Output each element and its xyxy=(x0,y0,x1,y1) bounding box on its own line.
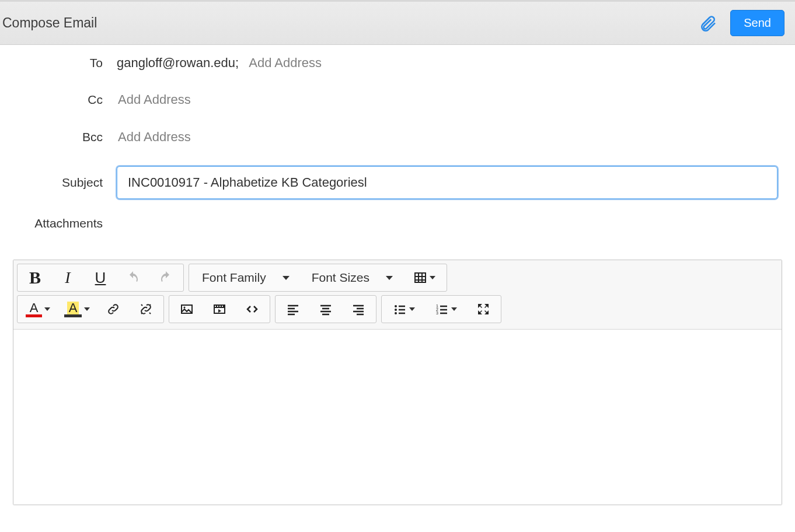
bullet-list-button[interactable] xyxy=(383,297,425,321)
video-icon xyxy=(212,302,226,316)
font-family-label: Font Family xyxy=(202,271,266,285)
cc-row: Cc xyxy=(0,92,777,108)
numbered-list-button[interactable]: 123 xyxy=(425,297,467,321)
toolbar-row-2: A A xyxy=(17,295,778,323)
bcc-field[interactable] xyxy=(117,129,777,145)
align-center-icon xyxy=(319,302,333,316)
to-field[interactable]: gangloff@rowan.edu; Add Address xyxy=(117,55,777,71)
subject-field xyxy=(117,166,777,199)
unlink-icon xyxy=(139,302,153,316)
caret-down-icon xyxy=(44,307,50,311)
cc-field[interactable] xyxy=(117,92,777,108)
format-group: B I U xyxy=(17,264,184,292)
align-left-button[interactable] xyxy=(277,297,309,321)
align-left-icon xyxy=(286,302,300,316)
bullet-list-icon xyxy=(393,302,407,316)
list-group: 123 xyxy=(381,295,501,323)
to-row: To gangloff@rowan.edu; Add Address xyxy=(0,55,777,71)
caret-down-icon xyxy=(409,307,415,311)
font-group: Font Family Font Sizes xyxy=(189,264,447,292)
underline-button[interactable]: U xyxy=(84,265,117,290)
editor-body[interactable] xyxy=(13,330,782,505)
caret-down-icon xyxy=(430,276,435,279)
undo-icon xyxy=(126,271,140,285)
numbered-list-icon: 123 xyxy=(435,302,449,316)
font-sizes-label: Font Sizes xyxy=(312,271,369,285)
align-right-button[interactable] xyxy=(342,297,375,321)
compose-form: To gangloff@rowan.edu; Add Address Cc Bc… xyxy=(0,45,795,243)
insert-link-button[interactable] xyxy=(97,297,130,321)
undo-button[interactable] xyxy=(117,265,149,290)
bcc-input[interactable] xyxy=(117,129,513,145)
insert-code-button[interactable] xyxy=(236,297,269,321)
toolbar-row-1: B I U Font Family Font Sizes xyxy=(17,264,778,292)
svg-point-0 xyxy=(184,307,186,309)
subject-input[interactable] xyxy=(117,166,777,199)
image-icon xyxy=(180,302,194,316)
attachments-row: Attachments xyxy=(0,216,777,230)
bold-button[interactable]: B xyxy=(19,265,51,290)
highlight-color-button[interactable]: A xyxy=(57,297,97,321)
bcc-row: Bcc xyxy=(0,129,777,145)
text-color-button[interactable]: A xyxy=(19,297,57,321)
subject-row: Subject xyxy=(0,166,777,199)
media-group xyxy=(169,295,270,323)
align-right-icon xyxy=(351,302,365,316)
highlight-icon: A xyxy=(64,302,82,317)
attach-button[interactable] xyxy=(693,10,723,36)
send-button[interactable]: Send xyxy=(730,10,784,36)
remove-link-button[interactable] xyxy=(130,297,162,321)
link-icon xyxy=(106,302,120,316)
svg-text:3: 3 xyxy=(436,311,438,315)
insert-video-button[interactable] xyxy=(203,297,236,321)
redo-button[interactable] xyxy=(149,265,182,290)
insert-image-button[interactable] xyxy=(170,297,203,321)
caret-down-icon xyxy=(451,307,457,311)
fullscreen-icon xyxy=(476,302,490,316)
table-button[interactable] xyxy=(403,265,445,290)
attachments-label: Attachments xyxy=(0,216,117,230)
code-icon xyxy=(245,302,259,316)
to-label: To xyxy=(0,56,117,70)
text-color-icon: A xyxy=(26,302,42,317)
align-center-button[interactable] xyxy=(309,297,342,321)
font-sizes-dropdown[interactable]: Font Sizes xyxy=(300,265,403,290)
subject-label: Subject xyxy=(0,176,117,190)
caret-down-icon xyxy=(84,307,90,311)
caret-down-icon xyxy=(386,276,393,280)
compose-title: Compose Email xyxy=(2,15,693,31)
font-family-dropdown[interactable]: Font Family xyxy=(190,265,300,290)
editor-toolbars: B I U Font Family Font Sizes xyxy=(13,260,782,330)
svg-point-2 xyxy=(395,309,397,311)
italic-button[interactable]: I xyxy=(51,265,84,290)
caret-down-icon xyxy=(283,276,290,280)
bcc-label: Bcc xyxy=(0,130,117,144)
table-icon xyxy=(413,271,427,285)
paperclip-icon xyxy=(699,14,717,33)
svg-point-3 xyxy=(395,312,397,314)
color-link-group: A A xyxy=(17,295,164,323)
to-chip[interactable]: gangloff@rowan.edu; xyxy=(117,55,239,70)
fullscreen-button[interactable] xyxy=(467,297,500,321)
svg-point-1 xyxy=(395,305,397,307)
cc-label: Cc xyxy=(0,93,117,107)
cc-input[interactable] xyxy=(117,92,513,108)
align-group xyxy=(275,295,376,323)
redo-icon xyxy=(159,271,173,285)
compose-header: Compose Email Send xyxy=(0,0,795,45)
to-add-placeholder: Add Address xyxy=(249,55,322,70)
rich-text-editor: B I U Font Family Font Sizes xyxy=(13,260,782,505)
